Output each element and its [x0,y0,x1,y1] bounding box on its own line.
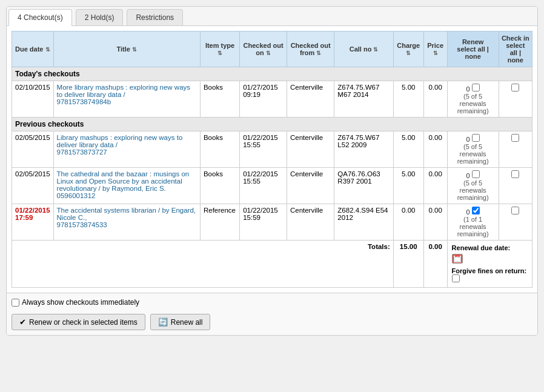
barcode-link[interactable]: 9781573874984b [57,98,111,105]
charge-cell: 5.00 [393,81,423,118]
renew-checkbox[interactable] [472,84,480,91]
checkin-cell [499,131,532,168]
col-due-date: Due date ⇅ [12,32,54,67]
renew-icon: ✔ [19,317,26,327]
tab-restrictions[interactable]: Restrictions [127,9,183,25]
price-cell: 0.00 [423,81,447,118]
main-content: Due date ⇅ Title ⇅ Item type ⇅ Checked o… [7,26,537,293]
renew-selected-button[interactable]: ✔ Renew or check in selected items [12,314,145,330]
renewals-remaining: (5 of 5 renewals remaining) [457,143,489,165]
checkouts-table: Due date ⇅ Title ⇅ Item type ⇅ Checked o… [12,31,532,288]
always-show-label: Always show checkouts immediately [12,298,532,307]
title-link[interactable]: The cathedral and the bazaar : musings o… [57,170,190,192]
checked-out-on-cell: 01/22/2015 15:59 [240,204,287,241]
item-type-cell: Reference [200,204,239,241]
renew-all-button[interactable]: 🔄 Renew all [150,314,211,330]
renew-checkbox[interactable] [472,170,480,178]
title-cell: Library mashups : exploring new ways to … [53,131,200,168]
checked-out-from-cell: Centerville [287,131,334,168]
col-title: Title ⇅ [53,32,200,67]
checkin-cell [499,204,532,241]
col-checked-out-on: Checked out on ⇅ [240,32,287,67]
renewals-remaining: (5 of 5 renewals remaining) [457,179,489,201]
barcode-link[interactable]: 9781573874533 [57,221,107,228]
price-cell: 0.00 [423,168,447,204]
main-container: 4 Checkout(s) 2 Hold(s) Restrictions Due… [6,6,538,336]
title-cell: The accidental systems librarian / by En… [53,204,200,241]
table-row: 01/22/201517:59 The accidental systems l… [12,204,532,241]
due-date-cell: 02/05/2015 [12,168,54,204]
tab-holds[interactable]: 2 Hold(s) [76,9,124,25]
sort-checked-out-from[interactable]: ⇅ [316,50,321,56]
section-previous-checkouts: Previous checkouts [12,118,532,131]
col-item-type: Item type ⇅ [200,32,239,67]
renewal-section: Renewal due date: 📅 Forgive fines on ret… [447,241,532,288]
sort-due-date[interactable]: ⇅ [45,47,50,53]
title-link[interactable]: Library mashups : exploring new ways to … [57,134,183,148]
tab-checkouts[interactable]: 4 Checkout(s) [8,9,72,26]
section-todays-checkouts: Today's checkouts [12,67,532,81]
forgive-fines-label: Forgive fines on return: [452,267,526,274]
totals-row: Totals: 15.00 0.00 Renewal due date: 📅 [12,241,532,288]
sort-price[interactable]: ⇅ [433,50,438,56]
sort-item-type[interactable]: ⇅ [217,50,222,56]
select-all-renew[interactable]: select all [457,45,485,53]
section-label: Today's checkouts [12,67,532,81]
checked-out-on-cell: 01/22/2015 15:55 [240,131,287,168]
due-date-cell: 02/10/2015 [12,81,54,118]
renew-cell: 0 (5 of 5 renewals remaining) [447,168,499,204]
checkin-checkbox[interactable] [511,84,519,91]
sort-charge[interactable]: ⇅ [406,50,411,56]
checked-out-on-cell: 01/27/2015 09:19 [240,81,287,118]
sort-call-no[interactable]: ⇅ [373,47,378,53]
forgive-fines-checkbox[interactable] [452,274,460,282]
price-cell: 0.00 [423,131,447,168]
col-renew: Renew select all | none [447,32,499,67]
barcode-link[interactable]: 0596001312 [57,192,96,199]
checkin-checkbox[interactable] [511,170,519,178]
renew-all-icon: 🔄 [158,317,168,327]
item-type-cell: Books [200,131,239,168]
checkin-cell [499,168,532,204]
select-none-renew[interactable]: none [465,53,480,60]
renew-checkbox[interactable] [472,207,480,214]
checkin-checkbox[interactable] [511,134,519,142]
call-no-cell: Z682.4.S94 E54 2012 [334,204,393,241]
col-call-no: Call no ⇅ [334,32,393,67]
price-cell: 0.00 [423,204,447,241]
table-row: 02/10/2015 More library mashups : explor… [12,81,532,118]
checked-out-from-cell: Centerville [287,168,334,204]
bottom-bar: Always show checkouts immediately ✔ Rene… [7,293,537,335]
sort-checked-out-on[interactable]: ⇅ [266,50,271,56]
title-cell: More library mashups : exploring new way… [53,81,200,118]
totals-charge: 15.00 [393,241,423,288]
table-row: 02/05/2015 The cathedral and the bazaar … [12,168,532,204]
charge-cell: 0.00 [393,204,423,241]
renewals-remaining: (5 of 5 renewals remaining) [457,93,489,115]
title-cell: The cathedral and the bazaar : musings o… [53,168,200,204]
checked-out-from-cell: Centerville [287,204,334,241]
tab-bar: 4 Checkout(s) 2 Hold(s) Restrictions [7,7,537,26]
due-date-cell: 01/22/201517:59 [12,204,54,241]
forgive-fines-row: Forgive fines on return: [452,267,528,284]
select-none-checkin[interactable]: none [508,56,523,64]
col-checkin: Check in select all | none [499,32,532,67]
charge-cell: 5.00 [393,168,423,204]
checkin-checkbox[interactable] [511,207,519,214]
renew-cell: 0 (1 of 1 renewals remaining) [447,204,499,241]
title-link[interactable]: The accidental systems librarian / by En… [57,207,196,221]
barcode-link[interactable]: 9781573873727 [57,148,107,156]
calendar-icon[interactable]: 📅 [452,254,463,264]
select-all-checkin[interactable]: select all [506,42,525,56]
always-show-text: Always show checkouts immediately [22,298,139,307]
col-charge: Charge ⇅ [393,32,423,67]
table-row: 02/05/2015 Library mashups : exploring n… [12,131,532,168]
item-type-cell: Books [200,168,239,204]
always-show-checkbox[interactable] [12,299,19,307]
col-price: Price ⇅ [423,32,447,67]
due-date-cell: 02/05/2015 [12,131,54,168]
sort-title[interactable]: ⇅ [132,47,137,53]
totals-label: Totals: [12,241,394,288]
renew-checkbox[interactable] [472,134,480,142]
title-link[interactable]: More library mashups : exploring new way… [57,84,191,98]
